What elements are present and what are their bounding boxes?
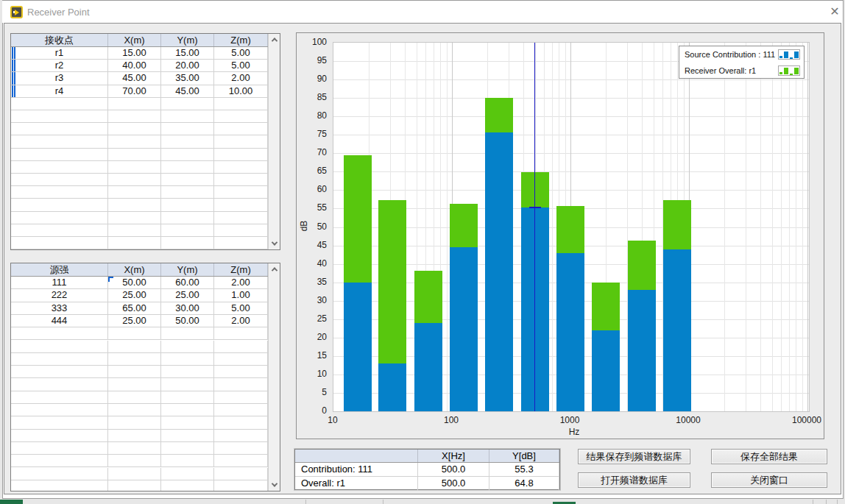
table-cell[interactable] bbox=[108, 98, 161, 110]
table-cell[interactable] bbox=[161, 404, 214, 416]
table-cell[interactable] bbox=[108, 135, 161, 147]
table-cell[interactable] bbox=[11, 212, 108, 224]
table-cell[interactable] bbox=[214, 341, 268, 352]
table-cell[interactable] bbox=[11, 135, 108, 147]
table-cell[interactable] bbox=[161, 98, 214, 110]
table-cell[interactable] bbox=[108, 149, 161, 160]
table-cell[interactable] bbox=[108, 212, 161, 224]
legend-glyph[interactable] bbox=[778, 49, 800, 60]
close-window-button[interactable]: 关闭窗口 bbox=[711, 472, 827, 488]
chart-cursor-crosshair[interactable] bbox=[529, 207, 541, 208]
cursor-table-row[interactable]: Contribution: 111500.055.3 bbox=[295, 463, 559, 477]
table-row[interactable] bbox=[11, 135, 268, 148]
table-cell[interactable]: 25.00 bbox=[161, 289, 214, 301]
table-cell[interactable] bbox=[11, 199, 108, 210]
table-cell[interactable] bbox=[11, 161, 108, 173]
table-cell[interactable] bbox=[214, 327, 268, 339]
table-cell[interactable] bbox=[11, 366, 108, 377]
table-row[interactable]: 11150.0060.002.00 bbox=[11, 277, 268, 289]
table-cell[interactable] bbox=[161, 366, 214, 377]
table-cell[interactable] bbox=[214, 186, 268, 198]
table-cell[interactable] bbox=[108, 199, 161, 210]
table-row[interactable] bbox=[11, 199, 268, 211]
save-all-results-button[interactable]: 保存全部结果 bbox=[711, 449, 827, 464]
table-cell[interactable] bbox=[214, 378, 268, 390]
table-cell[interactable] bbox=[214, 391, 268, 403]
table-cell[interactable] bbox=[214, 442, 268, 454]
table-row[interactable] bbox=[11, 366, 268, 378]
table-cell[interactable]: 444 bbox=[11, 315, 108, 327]
table-row[interactable] bbox=[11, 480, 268, 491]
table-row[interactable] bbox=[11, 110, 268, 123]
table-cell[interactable] bbox=[214, 430, 268, 441]
table-row[interactable] bbox=[11, 327, 268, 340]
table-row[interactable] bbox=[11, 455, 268, 467]
table-cell[interactable] bbox=[108, 391, 161, 403]
table-row[interactable]: r470.0045.0010.00 bbox=[11, 85, 268, 98]
table-cell[interactable] bbox=[214, 212, 268, 224]
table-cell[interactable] bbox=[11, 123, 108, 135]
table-cell[interactable] bbox=[161, 135, 214, 147]
chart-plot-area[interactable] bbox=[333, 42, 810, 412]
table-row[interactable]: 33365.0030.005.00 bbox=[11, 302, 268, 315]
table-cell[interactable] bbox=[108, 416, 161, 428]
table-cell[interactable] bbox=[11, 186, 108, 198]
table-cell[interactable] bbox=[11, 480, 108, 491]
table-cell[interactable] bbox=[11, 174, 108, 185]
table-cell[interactable]: 2.00 bbox=[214, 315, 268, 327]
table-cell[interactable] bbox=[214, 199, 268, 210]
table-cell[interactable] bbox=[108, 455, 161, 466]
table-cell[interactable] bbox=[161, 455, 214, 466]
table-row[interactable] bbox=[11, 430, 268, 442]
table-row[interactable] bbox=[11, 378, 268, 391]
table-cell[interactable] bbox=[214, 161, 268, 173]
table-cell[interactable] bbox=[161, 110, 214, 122]
table-cell[interactable]: 60.00 bbox=[161, 277, 214, 288]
table-cell[interactable] bbox=[161, 480, 214, 491]
table-cell[interactable] bbox=[214, 468, 268, 480]
table-cell[interactable]: 5.00 bbox=[214, 302, 268, 314]
table-cell[interactable] bbox=[108, 174, 161, 185]
scroll-down-button[interactable] bbox=[269, 479, 280, 491]
close-icon[interactable]: ✕ bbox=[825, 2, 844, 21]
table-row[interactable] bbox=[11, 237, 268, 249]
table-cell[interactable]: 15.00 bbox=[161, 47, 214, 59]
save-to-spectrum-db-button[interactable]: 结果保存到频谱数据库 bbox=[578, 449, 690, 464]
table-cell[interactable] bbox=[108, 404, 161, 416]
table-cell[interactable] bbox=[108, 366, 161, 377]
table-cell[interactable]: 40.00 bbox=[108, 60, 161, 71]
table-cell[interactable] bbox=[108, 110, 161, 122]
table-cell[interactable] bbox=[214, 110, 268, 122]
scroll-down-button[interactable] bbox=[269, 238, 280, 249]
table-row[interactable] bbox=[11, 161, 268, 174]
table-row[interactable]: r345.0035.002.00 bbox=[11, 72, 268, 85]
table-scrollbar[interactable] bbox=[268, 263, 280, 491]
table-cell[interactable] bbox=[161, 468, 214, 480]
table-row[interactable] bbox=[11, 468, 268, 480]
table-cell[interactable] bbox=[214, 353, 268, 365]
table-cell[interactable] bbox=[161, 199, 214, 210]
table-row[interactable] bbox=[11, 123, 268, 135]
table-cell[interactable]: 45.00 bbox=[161, 85, 214, 97]
table-cell[interactable] bbox=[161, 212, 214, 224]
table-cell[interactable] bbox=[11, 391, 108, 403]
table-cell[interactable] bbox=[11, 149, 108, 160]
open-spectrum-db-button[interactable]: 打开频谱数据库 bbox=[578, 472, 690, 488]
table-cell[interactable] bbox=[11, 224, 108, 236]
table-row[interactable] bbox=[11, 341, 268, 353]
table-cell[interactable] bbox=[161, 341, 214, 352]
table-cell[interactable] bbox=[11, 110, 108, 122]
table-cell[interactable] bbox=[214, 224, 268, 236]
table-cell[interactable]: r1 bbox=[11, 47, 108, 59]
table-row[interactable]: r115.0015.005.00 bbox=[11, 47, 268, 60]
table-cell[interactable] bbox=[161, 416, 214, 428]
table-row[interactable] bbox=[11, 212, 268, 224]
table-cell[interactable]: 111 bbox=[11, 277, 108, 288]
table-cell[interactable] bbox=[161, 327, 214, 339]
table-cell[interactable] bbox=[214, 237, 268, 249]
table-cell[interactable] bbox=[108, 186, 161, 198]
table-cell[interactable]: 65.00 bbox=[108, 302, 161, 314]
table-cell[interactable]: 50.00 bbox=[161, 315, 214, 327]
table-cell[interactable] bbox=[214, 98, 268, 110]
table-cell[interactable] bbox=[108, 237, 161, 249]
